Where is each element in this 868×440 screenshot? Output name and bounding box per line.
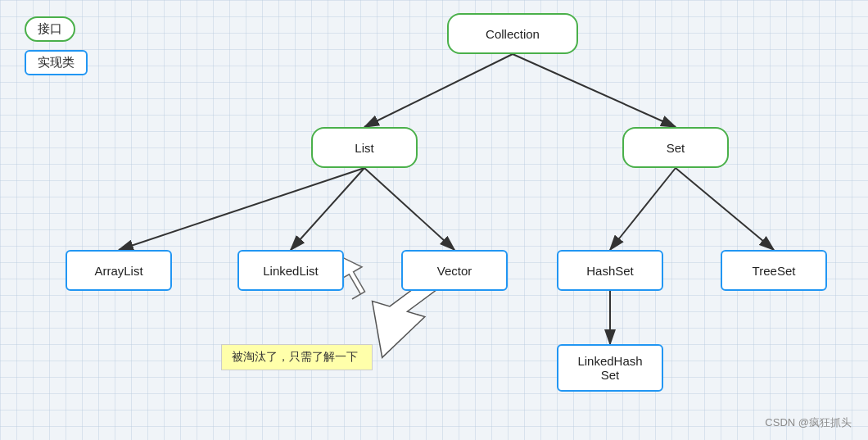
callout-note: 被淘汰了，只需了解一下 (221, 344, 373, 370)
diagram: 接口 实现类 Collection List Set ArrayList Lin… (0, 0, 868, 440)
node-vector-label: Vector (437, 264, 472, 278)
svg-line-3 (119, 168, 364, 250)
callout-arrow-svg (0, 0, 868, 440)
node-set-label: Set (667, 141, 685, 155)
node-arraylist: ArrayList (66, 250, 172, 291)
legend-class-label: 实现类 (38, 55, 75, 69)
svg-line-4 (291, 168, 364, 250)
svg-line-6 (610, 168, 676, 250)
legend-interface-label: 接口 (38, 21, 62, 35)
node-hashset-label: HashSet (586, 264, 634, 278)
node-treeset-label: TreeSet (753, 264, 796, 278)
node-hashset: HashSet (557, 250, 663, 291)
node-set: Set (622, 127, 729, 168)
svg-line-5 (364, 168, 454, 250)
node-treeset: TreeSet (721, 250, 827, 291)
node-linkedhashset: LinkedHash Set (557, 344, 663, 392)
node-arraylist-label: ArrayList (94, 264, 142, 278)
svg-line-1 (364, 54, 513, 127)
legend-class-item: 实现类 (25, 50, 88, 75)
svg-line-2 (513, 54, 676, 127)
arrows-svg (0, 0, 868, 440)
legend: 接口 实现类 (25, 16, 88, 75)
node-vector: Vector (401, 250, 508, 291)
callout-text: 被淘汰了，只需了解一下 (232, 350, 358, 363)
legend-class-box: 实现类 (25, 50, 88, 75)
node-list-label: List (355, 141, 373, 155)
legend-interface-item: 接口 (25, 16, 88, 42)
node-collection-label: Collection (486, 27, 540, 41)
svg-marker-9 (371, 282, 447, 358)
legend-interface-box: 接口 (25, 16, 75, 42)
node-linkedhashset-label: LinkedHash Set (577, 354, 642, 382)
node-linkedlist: LinkedList (237, 250, 344, 291)
watermark: CSDN @疯狂抓头 (765, 415, 852, 430)
svg-line-7 (676, 168, 774, 250)
node-collection: Collection (447, 13, 578, 54)
node-linkedlist-label: LinkedList (263, 264, 319, 278)
node-list: List (311, 127, 418, 168)
